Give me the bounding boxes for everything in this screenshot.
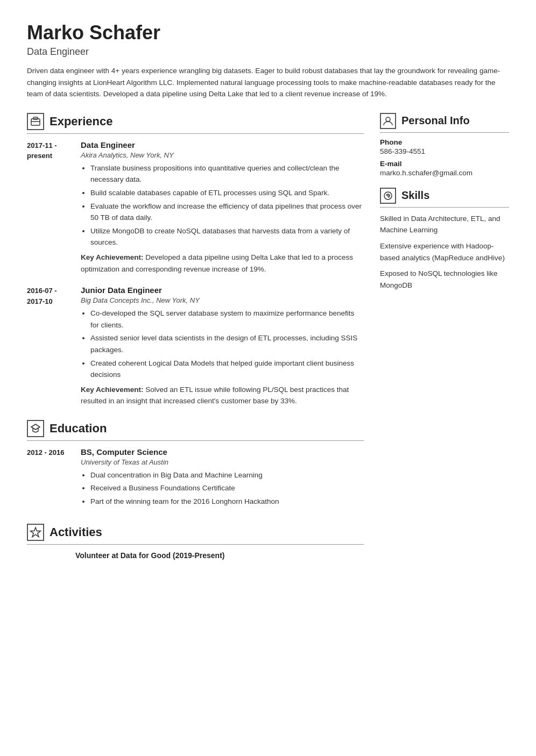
activities-section: Activities Volunteer at Data for Good (2… [27,524,364,560]
left-column: Experience 2017-11 - present Data Engine… [27,113,364,573]
exp1-bullet-1: Translate business propositions into qua… [90,162,364,186]
svg-rect-0 [31,119,40,125]
email-label: E-mail [380,160,509,168]
exp2-achievement: Key Achievement: Solved an ETL issue whi… [81,384,364,407]
edu1-degree: BS, Computer Science [81,447,364,457]
experience-section: Experience 2017-11 - present Data Engine… [27,113,364,407]
svg-marker-4 [31,527,41,537]
education-section-header: Education [27,420,364,441]
exp1-title: Data Engineer [81,140,364,149]
exp1-bullet-4: Utilize MongoDB to create NoSQL database… [90,225,364,248]
candidate-summary: Driven data engineer with 4+ years exper… [27,65,509,100]
exp2-bullet-3: Created coherent Logical Data Models tha… [90,358,364,381]
experience-icon [27,113,44,130]
phone-value: 586-339-4551 [380,147,509,155]
personal-info-header: Personal Info [380,113,509,133]
candidate-name: Marko Schafer [27,22,509,44]
svg-point-5 [386,117,390,122]
exp1-bullet-3: Evaluate the workflow and increase the e… [90,201,364,224]
skills-header: Skills [380,188,509,208]
exp1-content: Data Engineer Akira Analytics, New York,… [81,140,364,275]
edu1-bullets: Dual concentration in Big Data and Machi… [81,469,364,508]
edu1-bullet-2: Received a Business Foundations Certific… [90,482,364,494]
personal-info-title: Personal Info [401,115,470,127]
email-value: marko.h.schafer@gmail.com [380,169,509,177]
right-column: Personal Info Phone 586-339-4551 E-mail … [380,113,509,573]
education-entry-1: 2012 - 2016 BS, Computer Science Univers… [27,447,364,511]
candidate-title: Data Engineer [27,46,509,58]
personal-info-icon [380,113,396,129]
activities-section-header: Activities [27,524,364,545]
exp2-title: Junior Data Engineer [81,286,364,295]
activities-title: Activities [50,525,102,539]
exp2-content: Junior Data Engineer Big Data Concepts I… [81,286,364,407]
edu1-content: BS, Computer Science University of Texas… [81,447,364,511]
skills-section: Skills Skilled in Data Architecture, ETL… [380,188,509,291]
exp1-company: Akira Analytics, New York, NY [81,151,364,159]
resume-header: Marko Schafer Data Engineer Driven data … [27,22,509,100]
experience-entry-2: 2016-07 - 2017-10 Junior Data Engineer B… [27,286,364,407]
edu1-bullet-1: Dual concentration in Big Data and Machi… [90,469,364,481]
exp2-bullet-1: Co-developed the SQL server database sys… [90,308,364,331]
education-section: Education 2012 - 2016 BS, Computer Scien… [27,420,364,511]
edu1-school: University of Texas at Austin [81,458,364,466]
exp2-bullet-2: Assisted senior level data scientists in… [90,332,364,355]
phone-label: Phone [380,138,509,146]
activities-icon [27,524,44,541]
skill-1: Skilled in Data Architecture, ETL, and M… [380,213,509,236]
skill-3: Exposed to NoSQL technologies like Mongo… [380,268,509,291]
exp1-date: 2017-11 - present [27,140,70,275]
exp1-bullet-2: Build scalable databases capable of ETL … [90,187,364,199]
edu1-bullet-3: Part of the winning team for the 2016 Lo… [90,496,364,508]
exp1-achievement: Key Achievement: Developed a data pipeli… [81,252,364,275]
skills-icon [380,188,396,204]
experience-title: Experience [50,115,112,129]
education-title: Education [50,422,107,436]
experience-section-header: Experience [27,113,364,134]
svg-point-7 [387,195,389,196]
activities-entry: Volunteer at Data for Good (2019-Present… [75,551,364,560]
experience-entry-1: 2017-11 - present Data Engineer Akira An… [27,140,364,275]
edu1-date: 2012 - 2016 [27,447,70,511]
svg-rect-1 [33,117,38,119]
exp1-bullets: Translate business propositions into qua… [81,162,364,248]
education-icon [27,420,44,437]
skills-title: Skills [401,189,429,202]
exp2-company: Big Data Concepts Inc., New York, NY [81,296,364,304]
personal-info-section: Personal Info Phone 586-339-4551 E-mail … [380,113,509,177]
exp2-date: 2016-07 - 2017-10 [27,286,70,407]
main-layout: Experience 2017-11 - present Data Engine… [27,113,509,573]
exp2-bullets: Co-developed the SQL server database sys… [81,308,364,381]
skill-2: Extensive experience with Hadoop-based a… [380,240,509,263]
